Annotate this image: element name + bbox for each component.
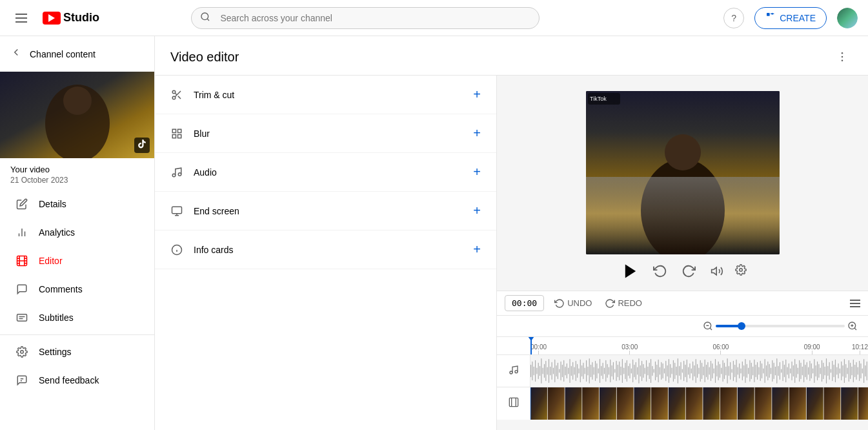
sidebar-item-settings[interactable]: Settings	[0, 338, 154, 366]
tool-info-cards-add-icon[interactable]: +	[473, 242, 481, 257]
ruler-mark-2-line	[720, 351, 721, 354]
tool-blur[interactable]: Blur +	[155, 114, 496, 153]
tool-info-cards[interactable]: Info cards +	[155, 230, 496, 269]
svg-rect-165	[682, 369, 683, 373]
svg-rect-223	[769, 364, 770, 378]
svg-rect-39	[172, 207, 182, 214]
svg-rect-175	[697, 364, 698, 378]
svg-rect-160	[674, 363, 675, 379]
tool-audio-add-icon[interactable]: +	[473, 165, 481, 179]
svg-rect-108	[596, 363, 597, 379]
svg-point-53	[739, 269, 742, 272]
svg-rect-214	[756, 365, 756, 378]
svg-rect-36	[178, 134, 181, 138]
timecode-display[interactable]: 00:00	[505, 295, 544, 311]
logo[interactable]: Studio	[43, 11, 99, 25]
svg-rect-226	[774, 363, 774, 379]
svg-rect-188	[716, 365, 717, 377]
zoom-slider[interactable]	[716, 325, 845, 327]
video-track-content	[530, 387, 868, 420]
svg-rect-92	[572, 362, 573, 380]
app-layout: Channel content	[0, 36, 868, 430]
forward-button[interactable]	[678, 261, 699, 282]
sidebar-item-comments[interactable]: Comments	[0, 275, 154, 303]
tool-end-screen-label: End screen	[194, 206, 239, 216]
svg-rect-251	[811, 363, 812, 379]
tool-info-cards-left: Info cards	[170, 243, 233, 256]
svg-rect-232	[783, 361, 783, 381]
create-label: CREATE	[780, 13, 816, 23]
svg-rect-125	[622, 359, 623, 383]
svg-rect-116	[609, 367, 609, 375]
svg-rect-154	[665, 361, 666, 381]
svg-rect-194	[725, 367, 726, 376]
preview-settings-button[interactable]	[735, 264, 747, 278]
user-avatar[interactable]	[837, 8, 858, 28]
svg-rect-212	[752, 367, 753, 376]
help-button[interactable]: ?	[723, 8, 744, 28]
svg-rect-300	[669, 387, 685, 420]
svg-rect-254	[816, 365, 816, 377]
svg-rect-283	[859, 361, 860, 381]
waveform-svg	[530, 355, 868, 387]
more-options-button[interactable]	[832, 46, 853, 67]
svg-rect-280	[854, 365, 855, 378]
svg-point-61	[510, 371, 512, 374]
tool-audio-left: Audio	[170, 166, 217, 179]
redo-button[interactable]: REDO	[600, 296, 647, 311]
svg-point-37	[172, 174, 176, 177]
zoom-slider-thumb[interactable]	[738, 322, 745, 330]
search-bar	[191, 7, 540, 29]
svg-rect-81	[556, 365, 557, 377]
svg-rect-177	[700, 360, 701, 382]
svg-rect-72	[543, 368, 543, 374]
video-date: 21 October 2023	[10, 176, 144, 185]
search-input[interactable]	[191, 7, 540, 29]
zoom-in-button[interactable]	[845, 318, 860, 334]
svg-rect-95	[577, 364, 578, 378]
volume-button[interactable]	[707, 261, 727, 282]
svg-rect-237	[790, 369, 791, 374]
tool-blur-add-icon[interactable]: +	[473, 126, 481, 141]
svg-rect-296	[600, 387, 616, 420]
svg-rect-231	[781, 369, 782, 373]
sidebar-item-feedback-label: Send feedback	[39, 375, 99, 385]
sidebar-item-analytics[interactable]: Analytics	[0, 218, 154, 247]
tool-end-screen-add-icon[interactable]: +	[473, 203, 481, 218]
svg-rect-130	[629, 363, 630, 379]
back-arrow-icon[interactable]	[10, 46, 22, 61]
sidebar-item-editor[interactable]: Editor	[0, 247, 154, 275]
rewind-button[interactable]	[650, 261, 671, 282]
channel-content-header[interactable]: Channel content	[0, 36, 154, 72]
svg-rect-114	[605, 360, 606, 382]
create-button[interactable]: CREATE	[754, 7, 827, 29]
video-thumbnail[interactable]	[0, 72, 155, 158]
hamburger-menu[interactable]	[10, 8, 32, 28]
svg-rect-158	[671, 368, 672, 374]
svg-rect-164	[680, 362, 681, 380]
timeline-options-icon[interactable]	[850, 300, 860, 307]
svg-rect-176	[698, 368, 699, 374]
tool-trim-cut-add-icon[interactable]: +	[473, 87, 481, 102]
sidebar-item-feedback[interactable]: Send feedback	[0, 366, 154, 394]
svg-rect-34	[178, 129, 181, 132]
sidebar-item-subtitles[interactable]: Subtitles	[0, 303, 154, 332]
svg-rect-151	[661, 362, 661, 380]
svg-text:TikTok: TikTok	[590, 96, 607, 102]
svg-rect-201	[736, 360, 736, 382]
tool-trim-cut[interactable]: Trim & cut +	[155, 76, 496, 114]
tool-audio[interactable]: Audio +	[155, 153, 496, 192]
svg-rect-197	[730, 362, 731, 380]
sidebar-item-details[interactable]: Details	[0, 190, 154, 218]
playhead[interactable]	[530, 337, 532, 354]
undo-button[interactable]: UNDO	[549, 296, 597, 311]
play-button[interactable]	[619, 260, 642, 283]
ruler-mark-1-line	[629, 351, 630, 354]
tool-trim-cut-label: Trim & cut	[194, 90, 234, 100]
svg-rect-71	[541, 358, 541, 384]
tool-end-screen[interactable]: End screen +	[155, 192, 496, 230]
editor-title: Video editor	[170, 50, 239, 65]
zoom-out-button[interactable]	[700, 318, 716, 334]
svg-rect-309	[823, 387, 840, 420]
tool-end-screen-left: End screen	[170, 205, 239, 218]
